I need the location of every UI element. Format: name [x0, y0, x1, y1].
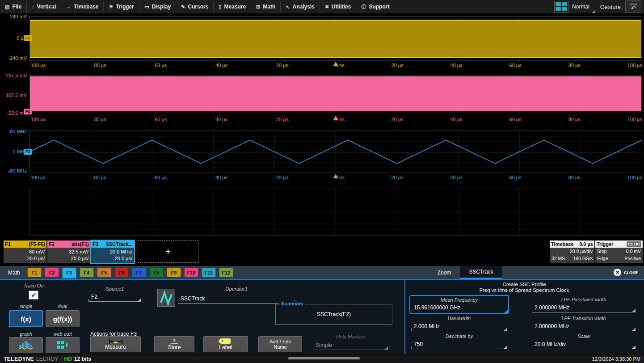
trigger-summary-box[interactable]: TriggerC1 DC Stop0.0 mV EdgePositive [595, 241, 643, 263]
menu-analysis[interactable]: ∿Analysis [281, 2, 320, 12]
menu-display[interactable]: ▭Display [139, 2, 176, 12]
menu-measure[interactable]: ▯Measure [214, 2, 251, 12]
menu-vertical[interactable]: ↕Vertical [27, 2, 61, 12]
g1-trigger-time-marker [333, 62, 338, 66]
f2-descriptor[interactable]: F2abs(F1) 32.5 mV/20.0 µs/ [47, 241, 90, 263]
tab-f2[interactable]: F2 [45, 268, 59, 277]
g1-x6: 20 µs [391, 63, 403, 69]
grid1-plot[interactable] [29, 16, 642, 61]
trigger-title: Trigger [597, 241, 613, 247]
web-edit-button[interactable] [46, 337, 80, 353]
grid4-plot-empty[interactable] [29, 188, 642, 236]
g1-x9: 80 µs [568, 63, 581, 69]
store-arrow-icon: ▼ [172, 338, 177, 342]
help-markers-dropdown[interactable]: Simple [313, 342, 388, 350]
close-icon: ✕ [614, 269, 621, 276]
g2-x1: -80 µs [93, 117, 106, 123]
f3-trace-badge[interactable]: F3 [24, 149, 32, 155]
f1-descriptor[interactable]: F1(F5-F6) 60 mV/20.0 µs/ [4, 241, 46, 263]
dual-label: dual [46, 304, 80, 309]
menu-trigger-label: Trigger [116, 4, 134, 10]
f2-desc-id: F2 [49, 241, 55, 247]
menu-timebase-label: Timebase [74, 4, 98, 10]
timebase-per-div: 20.0 µs/div [570, 248, 593, 255]
mean-frequency-value: 15.961600000 GHz [414, 304, 460, 311]
label-tag-icon [221, 338, 231, 344]
add-edit-line2: Name [274, 344, 286, 350]
menu-timebase[interactable]: ↔Timebase [61, 2, 104, 12]
f1-desc-scale: 60 mV/ [5, 249, 45, 255]
store-button[interactable]: ▼ Store [154, 336, 194, 352]
grid3-plot[interactable] [29, 131, 642, 173]
tab-f1[interactable]: F1 [27, 268, 42, 277]
source1-dropdown[interactable]: F2 [88, 294, 141, 302]
menu-support[interactable]: ⓘSupport [356, 2, 394, 12]
tab-f3[interactable]: F3 [62, 268, 76, 277]
single-fx-button[interactable]: f(x) [9, 310, 43, 327]
g2-x2: -60 µs [153, 117, 167, 123]
label-button[interactable]: Label [203, 336, 248, 352]
scale-dropdown[interactable]: 20.0 MHz/div [532, 341, 636, 349]
operator1-label: Operator1 [178, 286, 295, 291]
f3-descriptor[interactable]: F3SSCTrack... 20.0 MHz/20.0 µs/ [91, 241, 134, 263]
menu-utilities[interactable]: ✖Utilities [320, 2, 357, 12]
trigger-icon: ⚑ [109, 4, 113, 10]
brand-teledyne: TELEDYNE [4, 356, 34, 362]
tab-f7[interactable]: F7 [132, 268, 146, 277]
tab-ssctrack[interactable]: SSCTrack [460, 266, 502, 279]
g3-x3: -40 µs [214, 175, 227, 182]
menu-vertical-label: Vertical [37, 4, 56, 10]
check-icon: ✔ [31, 291, 36, 299]
menu-file[interactable]: ▤File [0, 2, 27, 12]
g2-x9: 80 µs [568, 117, 581, 123]
tab-f9[interactable]: F9 [167, 268, 181, 277]
lpf-passband-dropdown[interactable]: 2.000000 MHz [532, 304, 636, 312]
tab-zoom[interactable]: Zoom [429, 266, 460, 279]
display-icon: ▭ [144, 4, 149, 10]
measure-icon: ▯ [219, 4, 221, 10]
g3-x7: 40 µs [450, 175, 463, 182]
timebase-summary-box[interactable]: Timebase0.0 µs 20.0 µs/div 32 MS160 GS/s [550, 241, 594, 263]
g3-trigger-time-marker [333, 174, 338, 178]
g2-x0: -100 µs [29, 117, 46, 123]
bandwidth-dropdown[interactable]: 2.000 MHz [411, 323, 507, 331]
trace-on-checkbox[interactable]: ✔ [29, 291, 38, 300]
tab-f4[interactable]: F4 [80, 268, 94, 277]
gesture-label: Gesture [600, 4, 621, 10]
brand-separator: | [60, 356, 62, 362]
tab-f11[interactable]: F11 [202, 268, 216, 277]
menu-math[interactable]: ⊞Math [251, 2, 281, 12]
g3-y-mid-label: 0 MHz [0, 149, 27, 154]
operator1-dropdown[interactable]: SSCTrack [178, 295, 295, 304]
mean-frequency-field[interactable]: Mean Frequency 15.961600000 GHz [409, 295, 509, 314]
f1-trace-badge[interactable]: F1 [24, 35, 32, 41]
menu-math-label: Math [263, 4, 275, 10]
measure-button[interactable]: Measure [90, 336, 141, 352]
tab-f12[interactable]: F12 [219, 268, 233, 277]
g2-x3: -40 µs [214, 117, 227, 123]
menu-trigger[interactable]: ⚑Trigger [104, 2, 139, 12]
dual-gfx-button[interactable]: g(f(x)) [46, 310, 80, 327]
tab-f5[interactable]: F5 [97, 268, 111, 277]
add-trace-button[interactable]: + [138, 241, 198, 263]
menu-cursors[interactable]: ✎Cursors [176, 2, 214, 12]
g2-x6: 20 µs [391, 117, 403, 123]
decimate-dropdown[interactable]: 750 [411, 341, 507, 349]
tab-f8[interactable]: F8 [149, 268, 164, 277]
undo-button[interactable]: Undo ↶ [625, 0, 641, 13]
g1-x2: -60 µs [153, 63, 167, 69]
g1-x0: -100 µs [29, 63, 46, 69]
web-edit-icon [56, 340, 69, 350]
tab-f10[interactable]: F10 [184, 268, 198, 277]
tab-f6[interactable]: F6 [114, 268, 129, 277]
add-edit-name-button[interactable]: Add / Edit Name [258, 336, 302, 352]
grid2-plot[interactable] [29, 75, 642, 115]
display-mode-selector[interactable]: Normal [552, 0, 596, 13]
timebase-sample-rate: 160 GS/s [573, 255, 593, 262]
close-button[interactable]: ✕ CLOSE [614, 269, 644, 276]
lpf-transition-dropdown[interactable]: 2.000000 MHz [532, 323, 636, 331]
f2-trace-badge[interactable]: F2 [24, 109, 32, 114]
graph-mode-button[interactable] [9, 337, 43, 353]
vertical-icon: ↕ [32, 4, 34, 9]
dialog-drag-handle[interactable] [288, 357, 360, 359]
